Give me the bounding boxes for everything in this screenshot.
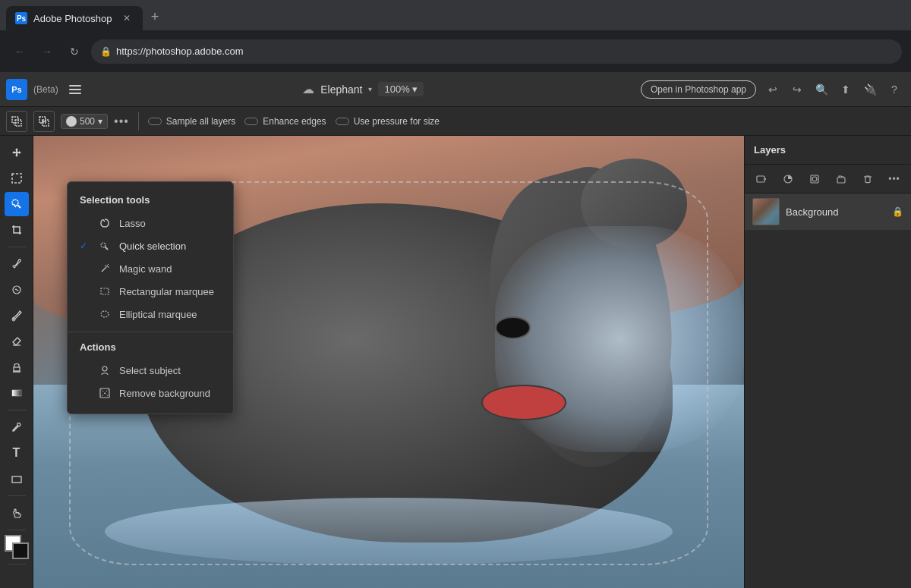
marquee-icon	[11, 172, 23, 184]
svg-rect-35	[837, 178, 845, 183]
reload-button[interactable]: ↻	[64, 41, 85, 62]
subtract-selection-button[interactable]	[33, 111, 55, 132]
brush-size-arrow: ▾	[98, 116, 102, 127]
brush-icon	[11, 310, 23, 322]
select-subject-item[interactable]: Select subject	[68, 359, 233, 382]
zoom-level[interactable]: 100% ▾	[378, 82, 424, 96]
selection-tool-button[interactable]	[5, 192, 29, 216]
lasso-tool-item[interactable]: Lasso	[68, 212, 233, 234]
redo-button[interactable]: ↪	[786, 79, 808, 100]
lasso-icon	[98, 216, 112, 230]
layer-lock-icon: 🔒	[892, 206, 903, 217]
eraser-tool-button[interactable]	[5, 329, 29, 354]
svg-line-19	[102, 267, 106, 272]
lasso-label: Lasso	[119, 218, 146, 229]
healing-tool-button[interactable]	[5, 278, 29, 302]
pen-tool-button[interactable]	[5, 415, 29, 439]
marquee-tool-button[interactable]	[5, 166, 29, 190]
layer-item-background[interactable]: Background 🔒	[745, 193, 911, 230]
svg-line-16	[103, 220, 105, 222]
hamburger-menu-button[interactable]	[65, 79, 86, 100]
background-color	[12, 542, 29, 559]
enhance-edges-toggle[interactable]: Enhance edges	[244, 116, 326, 127]
header-center: ☁ Elephant ▾ 100% ▾	[92, 82, 635, 96]
hand-tool-button[interactable]	[5, 501, 29, 525]
svg-rect-12	[14, 367, 20, 371]
svg-rect-23	[101, 288, 109, 294]
options-toggles: Sample all layers Enhance edges Use pres…	[148, 116, 440, 127]
back-button[interactable]: ←	[9, 41, 30, 62]
quick-selection-icon	[11, 198, 23, 210]
options-bar: 500 ▾ ••• Sample all layers Enhance edge…	[0, 107, 911, 136]
rect-marquee-checkmark	[80, 286, 90, 297]
remove-background-item[interactable]: Remove background	[68, 382, 233, 404]
svg-rect-29	[757, 176, 764, 182]
active-tab[interactable]: Ps Adobe Photoshop ✕	[6, 6, 143, 30]
file-name: Elephant	[320, 83, 362, 96]
svg-point-6	[12, 200, 18, 206]
text-icon: T	[13, 446, 20, 460]
tab-favicon: Ps	[15, 12, 27, 24]
crop-tool-button[interactable]	[5, 218, 29, 242]
layer-mask-button[interactable]	[804, 168, 825, 190]
hand-icon	[11, 507, 23, 519]
brush-size-control[interactable]: 500 ▾	[61, 114, 108, 129]
share-button[interactable]: ⬆	[835, 79, 856, 100]
sample-all-layers-toggle[interactable]: Sample all layers	[148, 116, 235, 127]
stamp-tool-button[interactable]	[5, 355, 29, 379]
forward-button[interactable]: →	[36, 41, 58, 62]
eyedropper-tool-button[interactable]	[5, 252, 29, 276]
text-tool-button[interactable]: T	[5, 441, 29, 465]
add-layer-button[interactable]	[751, 168, 772, 190]
rect-marquee-item[interactable]: Rectangular marquee	[68, 280, 233, 303]
lock-icon: 🔒	[100, 46, 112, 57]
tool-separator-5	[8, 564, 26, 564]
tab-close-button[interactable]: ✕	[120, 11, 134, 25]
ps-logo: Ps	[6, 79, 27, 100]
elephant-mouth	[481, 385, 566, 421]
shape-tool-button[interactable]	[5, 467, 29, 491]
add-selection-button[interactable]	[6, 111, 27, 132]
help-button[interactable]: ?	[884, 79, 905, 100]
quick-selection-item[interactable]: ✓ Quick selection	[68, 234, 233, 257]
enhance-edges-label: Enhance edges	[263, 116, 326, 127]
eraser-icon	[11, 335, 23, 347]
search-button[interactable]: 🔍	[811, 79, 832, 100]
hamburger-line	[69, 93, 81, 94]
stamp-icon	[11, 361, 23, 373]
pressure-toggle[interactable]: Use pressure for size	[336, 116, 440, 127]
undo-button[interactable]: ↩	[762, 79, 783, 100]
header-actions: ↩ ↪ 🔍 ⬆ 🔌 ?	[762, 79, 905, 100]
enhance-toggle-circle	[244, 118, 258, 125]
lasso-checkmark	[80, 218, 90, 228]
healing-icon	[11, 284, 23, 296]
more-options-button[interactable]: •••	[114, 115, 129, 128]
magic-wand-item[interactable]: Magic wand	[68, 257, 233, 280]
quick-selection-label: Quick selection	[119, 241, 186, 252]
adjustment-layer-button[interactable]	[777, 168, 799, 190]
sample-toggle-circle	[148, 118, 162, 125]
magic-wand-label: Magic wand	[119, 263, 172, 275]
color-swatch[interactable]	[5, 535, 29, 559]
left-toolbar: T	[0, 136, 33, 588]
main-area: T	[0, 136, 911, 588]
address-bar: ← → ↻ 🔒 https://photoshop.adobe.com	[0, 30, 911, 72]
url-bar[interactable]: 🔒 https://photoshop.adobe.com	[91, 39, 902, 64]
eyedropper-icon	[11, 258, 23, 270]
open-in-app-button[interactable]: Open in Photoshop app	[641, 80, 756, 99]
dropdown-divider	[68, 332, 233, 332]
filename-dropdown-arrow[interactable]: ▾	[368, 85, 372, 93]
ellip-marquee-icon	[98, 307, 112, 321]
layers-title: Layers	[754, 144, 786, 156]
new-tab-button[interactable]: +	[144, 6, 165, 27]
delete-layer-button[interactable]	[857, 168, 878, 190]
ellip-marquee-label: Elliptical marquee	[119, 309, 197, 320]
layers-more-button[interactable]: •••	[884, 168, 905, 190]
plugins-button[interactable]: 🔌	[859, 79, 881, 100]
group-layers-button[interactable]	[831, 168, 852, 190]
ellip-marquee-item[interactable]: Elliptical marquee	[68, 303, 233, 325]
move-tool-button[interactable]	[5, 140, 29, 165]
tool-separator	[8, 247, 26, 247]
gradient-tool-button[interactable]	[5, 381, 29, 405]
brush-tool-button[interactable]	[5, 303, 29, 328]
